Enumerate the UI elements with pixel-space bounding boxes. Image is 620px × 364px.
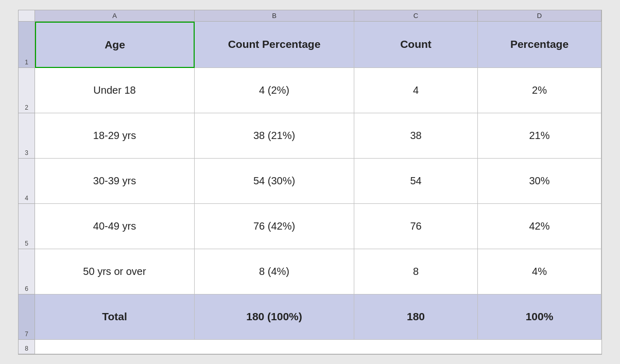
row-num-1: 1 [19, 22, 35, 68]
data-row-5: 5 40-49 yrs 76 (42%) 76 42% [19, 204, 601, 249]
empty-cell [35, 340, 601, 354]
cell-1d[interactable]: Percentage [478, 22, 601, 68]
row-num-6: 6 [19, 249, 35, 294]
row-num-2: 2 [19, 68, 35, 113]
cell-5c[interactable]: 76 [354, 204, 478, 249]
data-rows: 2 Under 18 4 (2%) 4 2% 3 18-29 yrs 38 (2… [19, 68, 601, 294]
column-headers: A B C D [19, 10, 601, 22]
row-num-total: 7 [19, 294, 35, 340]
row-num-empty: 8 [19, 340, 35, 354]
data-row-2: 2 Under 18 4 (2%) 4 2% [19, 68, 601, 113]
col-header-d[interactable]: D [478, 10, 601, 22]
col-header-c[interactable]: C [354, 10, 478, 22]
corner-cell [19, 10, 35, 22]
data-row-3: 3 18-29 yrs 38 (21%) 38 21% [19, 113, 601, 159]
col-header-a[interactable]: A [35, 10, 195, 22]
cell-4a[interactable]: 30-39 yrs [35, 159, 195, 204]
cell-total-d[interactable]: 100% [478, 294, 601, 340]
cell-5d[interactable]: 42% [478, 204, 601, 249]
cell-3c[interactable]: 38 [354, 113, 478, 159]
header-row: 1 Age Count Percentage Count Percentage [19, 22, 601, 68]
cell-6d[interactable]: 4% [478, 249, 601, 294]
col-header-b[interactable]: B [195, 10, 354, 22]
row-num-4: 4 [19, 159, 35, 204]
cell-3b[interactable]: 38 (21%) [195, 113, 354, 159]
data-row-4: 4 30-39 yrs 54 (30%) 54 30% [19, 159, 601, 204]
cell-1b[interactable]: Count Percentage [195, 22, 354, 68]
cell-3a[interactable]: 18-29 yrs [35, 113, 195, 159]
row-num-5: 5 [19, 204, 35, 249]
cell-total-a[interactable]: Total [35, 294, 195, 340]
cell-2a[interactable]: Under 18 [35, 68, 195, 113]
cell-6c[interactable]: 8 [354, 249, 478, 294]
cell-1c[interactable]: Count [354, 22, 478, 68]
cell-6a[interactable]: 50 yrs or over [35, 249, 195, 294]
cell-4c[interactable]: 54 [354, 159, 478, 204]
cell-4d[interactable]: 30% [478, 159, 601, 204]
row-num-3: 3 [19, 113, 35, 159]
data-row-6: 6 50 yrs or over 8 (4%) 8 4% [19, 249, 601, 294]
cell-5a[interactable]: 40-49 yrs [35, 204, 195, 249]
cell-total-b[interactable]: 180 (100%) [195, 294, 354, 340]
cell-4b[interactable]: 54 (30%) [195, 159, 354, 204]
total-row: 7 Total 180 (100%) 180 100% [19, 294, 601, 340]
spreadsheet: A B C D 1 Age Count Percentage Count Per… [18, 10, 602, 355]
cell-1a[interactable]: Age [35, 22, 195, 68]
cell-3d[interactable]: 21% [478, 113, 601, 159]
cell-5b[interactable]: 76 (42%) [195, 204, 354, 249]
cell-2d[interactable]: 2% [478, 68, 601, 113]
cell-6b[interactable]: 8 (4%) [195, 249, 354, 294]
cell-2b[interactable]: 4 (2%) [195, 68, 354, 113]
empty-row: 8 [19, 340, 601, 354]
cell-total-c[interactable]: 180 [354, 294, 478, 340]
cell-2c[interactable]: 4 [354, 68, 478, 113]
